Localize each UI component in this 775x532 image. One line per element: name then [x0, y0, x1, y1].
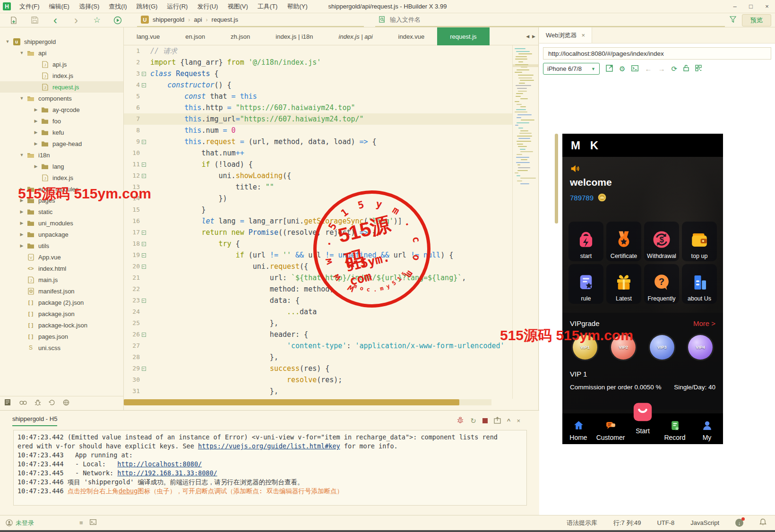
app-tile-frequently[interactable]: ?Frequently — [644, 264, 679, 304]
file-search-input[interactable] — [390, 16, 532, 23]
vip-badge-vip1[interactable]: VIP1 — [573, 335, 597, 360]
tree-item-utils[interactable]: ▶utils — [0, 240, 123, 251]
explorer-panel-icon[interactable] — [5, 399, 12, 407]
chevron-down-icon[interactable]: ▼ — [19, 96, 25, 101]
browser-url-bar[interactable] — [543, 47, 771, 60]
chevron-right-icon[interactable]: ▶ — [33, 130, 39, 135]
filter-icon[interactable] — [730, 16, 736, 24]
fold-marker-icon[interactable]: − — [140, 238, 147, 249]
terminal-icon[interactable] — [90, 519, 96, 526]
chevron-right-icon[interactable]: ▶ — [33, 164, 39, 169]
preview-button[interactable]: 预览 — [742, 14, 771, 26]
fold-marker-icon[interactable]: − — [140, 159, 147, 170]
search-panel-icon[interactable] — [19, 400, 27, 407]
tree-item-pages-json[interactable]: [ ]pages.json — [0, 331, 123, 342]
editor-tab-request-js[interactable]: request.js — [437, 27, 489, 45]
app-tile-top-up[interactable]: top up — [682, 222, 717, 261]
fold-marker-icon[interactable]: − — [140, 295, 147, 306]
status-item[interactable]: 行:7 列:49 — [613, 519, 641, 527]
refresh-icon[interactable]: ⟳ — [671, 65, 677, 73]
history-panel-icon[interactable] — [49, 399, 55, 407]
close-button[interactable]: × — [759, 0, 775, 13]
stop-icon[interactable] — [482, 418, 488, 423]
tree-item-page-head[interactable]: ▶page-head — [0, 138, 123, 149]
tab-scroll-arrows[interactable]: ◀▶ — [526, 27, 535, 45]
tab-scroll-left-icon[interactable]: ◀ — [526, 34, 529, 39]
minimap[interactable] — [512, 45, 538, 399]
tree-item-index-js[interactable]: Jindex.js — [0, 172, 123, 183]
minimize-button[interactable]: – — [727, 0, 743, 13]
tree-item-uni-modules[interactable]: ▶uni_modules — [0, 217, 123, 229]
favorite-star-icon[interactable]: ☆ — [90, 15, 104, 26]
tree-item-api-js[interactable]: Japi.js — [0, 59, 123, 70]
menu-item[interactable]: 跳转(G) — [132, 0, 163, 13]
app-tile-about-us[interactable]: about Us — [682, 264, 717, 304]
menu-item[interactable]: 运行(R) — [162, 0, 192, 13]
editor-tab-en-json[interactable]: en.json — [172, 27, 218, 45]
debug-panel-icon[interactable] — [34, 399, 41, 407]
tree-item-main-js[interactable]: Jmain.js — [0, 274, 123, 285]
tab-scroll-right-icon[interactable]: ▶ — [532, 34, 535, 39]
nav-item-customer[interactable]: Customer — [594, 413, 627, 444]
chevron-right-icon[interactable]: ▶ — [19, 221, 25, 225]
vip-badge-vip4[interactable]: VIP4 — [688, 335, 713, 360]
tree-item-api[interactable]: ▼api — [0, 47, 123, 59]
tree-item-lang[interactable]: ▶lang — [0, 161, 123, 172]
horizontal-scrollbar-thumb[interactable] — [124, 399, 459, 405]
fold-marker-icon[interactable]: − — [140, 170, 147, 181]
breadcrumb-item[interactable]: request.js — [212, 16, 238, 23]
close-panel-icon[interactable]: × — [517, 417, 520, 424]
forward-button[interactable]: › — [69, 15, 83, 26]
nav-item-start[interactable]: Start — [627, 407, 659, 438]
chevron-down-icon[interactable]: ▼ — [19, 51, 25, 55]
browser-tab[interactable]: Web浏览器 × — [539, 27, 592, 43]
url-input[interactable] — [548, 50, 766, 57]
code-area[interactable]: 1// 请求2import {lang_arr} from '@/i18n/in… — [124, 45, 512, 399]
tree-item-foo[interactable]: ▶foo — [0, 115, 123, 127]
outline-list-icon[interactable]: ≡ — [79, 519, 83, 526]
restart-icon[interactable]: ↻ — [470, 417, 476, 425]
fold-marker-icon[interactable]: − — [140, 329, 147, 340]
run-button[interactable] — [111, 15, 125, 26]
fold-marker-icon[interactable]: − — [140, 261, 147, 272]
chevron-right-icon[interactable]: ▶ — [19, 232, 25, 237]
unlock-icon[interactable] — [683, 65, 689, 73]
app-tile-rule[interactable]: rule — [568, 264, 603, 304]
nav-item-my[interactable]: My — [691, 413, 723, 444]
chevron-right-icon[interactable]: ▶ — [19, 198, 25, 203]
vip-more-link[interactable]: More > — [693, 319, 715, 327]
console-tab[interactable]: shippergold - H5 — [12, 415, 57, 426]
menu-item[interactable]: 文件(F) — [15, 0, 44, 13]
breadcrumb-item[interactable]: api — [194, 16, 202, 23]
tree-item-package-2-json[interactable]: [ ]package (2).json — [0, 297, 123, 308]
breadcrumb-item[interactable]: shippergold — [153, 16, 184, 23]
update-download-icon[interactable]: ↓ — [735, 519, 743, 527]
console-link[interactable]: debug — [119, 487, 138, 495]
vip-badge-vip2[interactable]: VIP2 — [611, 335, 636, 360]
editor-tab-lang-vue[interactable]: lang.vue — [124, 27, 172, 45]
file-search-box[interactable] — [375, 14, 725, 27]
tree-item-package-lock-json[interactable]: [ ]package-lock.json — [0, 319, 123, 331]
login-status[interactable]: 未登录 — [6, 519, 34, 527]
nav-back-icon[interactable]: ← — [645, 65, 652, 73]
tree-item-static[interactable]: ▶static — [0, 206, 123, 217]
nav-item-home[interactable]: Home — [562, 413, 594, 444]
tree-item-node-modules[interactable]: ▶node_modules — [0, 183, 123, 195]
menu-item[interactable]: 编辑(E) — [44, 0, 74, 13]
chevron-down-icon[interactable]: ▼ — [5, 39, 10, 44]
tree-item-kefu[interactable]: ▶kefu — [0, 127, 123, 138]
tree-item-ay-qrcode[interactable]: ▶ay-qrcode — [0, 104, 123, 115]
app-tile-start[interactable]: start — [568, 222, 603, 261]
app-tile-certificate[interactable]: Certificate — [606, 222, 641, 261]
menu-item[interactable]: 工具(T) — [253, 0, 283, 13]
tree-item-unpackage[interactable]: ▶unpackage — [0, 229, 123, 240]
chevron-right-icon[interactable]: ▶ — [33, 119, 39, 123]
device-select[interactable]: iPhone 6/7/8 ▼ — [543, 63, 600, 75]
settings-gear-icon[interactable]: ⚙ — [619, 65, 625, 73]
menu-item[interactable]: 发行(U) — [192, 0, 223, 13]
editor-tab-index-js-api[interactable]: index.js | api — [326, 27, 386, 45]
bell-icon[interactable] — [759, 518, 766, 527]
menu-item[interactable]: 选择(S) — [74, 0, 104, 13]
plugins-panel-icon[interactable] — [63, 399, 69, 407]
tree-item-index-js[interactable]: Jindex.js — [0, 70, 123, 81]
